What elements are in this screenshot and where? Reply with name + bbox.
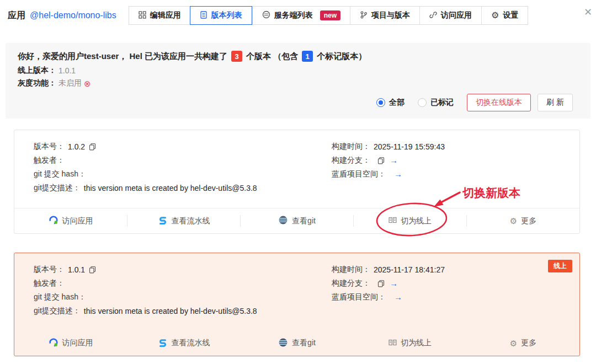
copy-icon[interactable] — [377, 280, 385, 287]
gear-icon: ⚙ — [510, 217, 517, 225]
browser-circle-icon — [49, 338, 58, 349]
goto-project-space-arrow-icon[interactable]: → — [394, 293, 402, 301]
copy-icon[interactable] — [377, 157, 385, 164]
tab-version-list[interactable]: 版本列表 — [190, 6, 252, 25]
pipeline-icon — [158, 215, 168, 227]
git-desc-value: this version meta is created by hel-dev-… — [84, 184, 257, 192]
git-sphere-icon — [278, 338, 288, 349]
goto-branch-arrow-icon[interactable]: → — [390, 156, 398, 164]
version-card-1-0-1-online: 线上 版本号： 1.0.1 触发者： git 提交 hash： git提交描述：… — [14, 253, 580, 356]
visit-app-action[interactable]: 访问应用 — [14, 330, 127, 356]
online-version-label: 线上版本： — [18, 66, 56, 76]
switch-online-version-button[interactable]: 切换在线版本 — [467, 94, 531, 111]
view-pipeline-action[interactable]: 查看流水线 — [127, 330, 240, 356]
branch-icon — [360, 11, 368, 20]
switch-to-online-action[interactable]: 切为线上 — [354, 208, 466, 233]
git-desc-row: git提交描述： this version meta is created by… — [34, 304, 257, 318]
build-branch-label: 构建分支： — [332, 279, 370, 288]
tab-group: 编辑应用 版本列表 服务端列表 new 项目与版本 访问应用 ⚙ 设置 — [129, 6, 529, 25]
view-git-action[interactable]: 查看git — [241, 330, 353, 356]
app-label: 应用 — [8, 10, 25, 22]
browser-circle-icon — [49, 215, 58, 227]
view-git-action[interactable]: 查看git — [241, 208, 353, 233]
build-time-label: 构建时间： — [332, 142, 370, 152]
card-left-fields: 版本号： 1.0.1 触发者： git 提交 hash： git提交描述： th… — [34, 263, 257, 318]
total-versions-badge: 3 — [231, 51, 242, 62]
git-sphere-icon — [278, 215, 288, 227]
goto-branch-arrow-icon[interactable]: → — [390, 279, 398, 287]
greeting-line: 你好，亲爱的用户test-user， Hel 已为该应用一共构建了 3 个版本 … — [18, 51, 573, 62]
tab-label: 访问应用 — [441, 10, 472, 20]
trigger-label: 触发者： — [34, 279, 65, 288]
git-hash-row: git 提交 hash： — [34, 167, 257, 181]
git-desc-label: git提交描述： — [34, 183, 81, 193]
build-branch-row: 构建分支： → — [332, 276, 445, 290]
card-right-fields: 构建时间： 2025-11-17 18:41:27 构建分支： → 蓝盾项目空间… — [332, 263, 445, 304]
version-label: 版本号： — [34, 142, 65, 152]
annotation-text: 切换新版本 — [462, 185, 520, 201]
copy-icon[interactable] — [89, 143, 96, 151]
tab-label: 服务端列表 — [274, 10, 313, 20]
gear-icon: ⚙ — [491, 11, 499, 20]
action-label: 访问应用 — [62, 216, 93, 226]
greeting-text-1: 你好，亲爱的用户test-user， Hel 已为该应用一共构建了 — [18, 51, 227, 62]
online-version-value: 1.0.1 — [58, 66, 76, 75]
tab-label: 版本列表 — [211, 10, 242, 20]
grid-icon — [139, 11, 146, 20]
action-label: 查看流水线 — [172, 338, 210, 348]
new-badge: new — [320, 10, 340, 20]
git-hash-label: git 提交 hash： — [34, 292, 86, 302]
project-space-row: 蓝盾项目空间： → — [332, 290, 445, 304]
build-time-value: 2025-11-19 15:59:43 — [374, 142, 445, 151]
card-right-fields: 构建时间： 2025-11-19 15:59:43 构建分支： → 蓝盾项目空间… — [332, 140, 445, 181]
switch-to-online-action[interactable]: 切为线上 — [354, 330, 466, 356]
radio-all[interactable]: 全部 — [376, 98, 405, 108]
action-label: 访问应用 — [62, 338, 93, 348]
more-action[interactable]: ⚙ 更多 — [467, 208, 579, 233]
more-action[interactable]: ⚙ 更多 — [467, 330, 579, 356]
visit-app-action[interactable]: 访问应用 — [14, 208, 127, 233]
top-bar: 应用 @hel-demo/mono-libs 编辑应用 版本列表 服务端列表 n… — [8, 6, 528, 25]
disabled-circle-x-icon: ⊗ — [84, 79, 91, 88]
project-space-label: 蓝盾项目空间： — [332, 292, 386, 302]
radio-all-control[interactable] — [376, 98, 385, 107]
goto-project-space-arrow-icon[interactable]: → — [394, 170, 402, 178]
card-left-fields: 版本号： 1.0.2 触发者： git 提交 hash： git提交描述： th… — [34, 140, 257, 195]
git-hash-label: git 提交 hash： — [34, 169, 86, 179]
filter-row: 全部 已标记 切换在线版本 刷 新 — [376, 94, 573, 111]
radio-tagged-label: 已标记 — [430, 98, 454, 108]
view-pipeline-action[interactable]: 查看流水线 — [127, 208, 240, 233]
action-label: 更多 — [521, 338, 536, 348]
version-label: 版本号： — [34, 265, 65, 275]
gray-feature-line: 灰度功能： 未启用 ⊗ — [18, 78, 573, 88]
switch-panels-icon — [389, 216, 397, 226]
action-label: 查看流水线 — [172, 216, 210, 226]
tab-settings[interactable]: ⚙ 设置 — [481, 7, 528, 24]
switch-panels-icon — [389, 339, 397, 348]
action-label: 查看git — [292, 338, 316, 348]
git-desc-row: git提交描述： this version meta is created by… — [34, 181, 257, 195]
tab-edit-app[interactable]: 编辑应用 — [129, 7, 190, 24]
trigger-label: 触发者： — [34, 156, 65, 165]
copy-icon[interactable] — [89, 266, 96, 274]
tab-server-list[interactable]: 服务端列表 new — [252, 7, 350, 24]
action-label: 切为线上 — [401, 216, 432, 226]
build-branch-label: 构建分支： — [332, 156, 370, 165]
radio-all-label: 全部 — [389, 98, 405, 108]
tab-label: 设置 — [503, 10, 518, 20]
link-icon — [429, 11, 437, 20]
version-value: 1.0.1 — [68, 265, 85, 274]
version-card-1-0-2: 版本号： 1.0.2 触发者： git 提交 hash： git提交描述： th… — [14, 130, 580, 234]
close-icon[interactable]: ✕ — [584, 6, 592, 18]
radio-tagged-control[interactable] — [418, 98, 427, 107]
tab-label: 项目与版本 — [371, 10, 410, 20]
online-badge: 线上 — [548, 260, 572, 272]
action-label: 查看git — [292, 216, 316, 226]
radio-tagged[interactable]: 已标记 — [418, 98, 454, 108]
list-icon — [200, 11, 207, 20]
tab-visit-app[interactable]: 访问应用 — [419, 7, 481, 24]
tab-projects-versions[interactable]: 项目与版本 — [350, 7, 419, 24]
app-name-link[interactable]: @hel-demo/mono-libs — [30, 10, 116, 20]
refresh-button[interactable]: 刷 新 — [538, 94, 573, 111]
greeting-text-2: 个版本 （包含 — [246, 51, 298, 62]
